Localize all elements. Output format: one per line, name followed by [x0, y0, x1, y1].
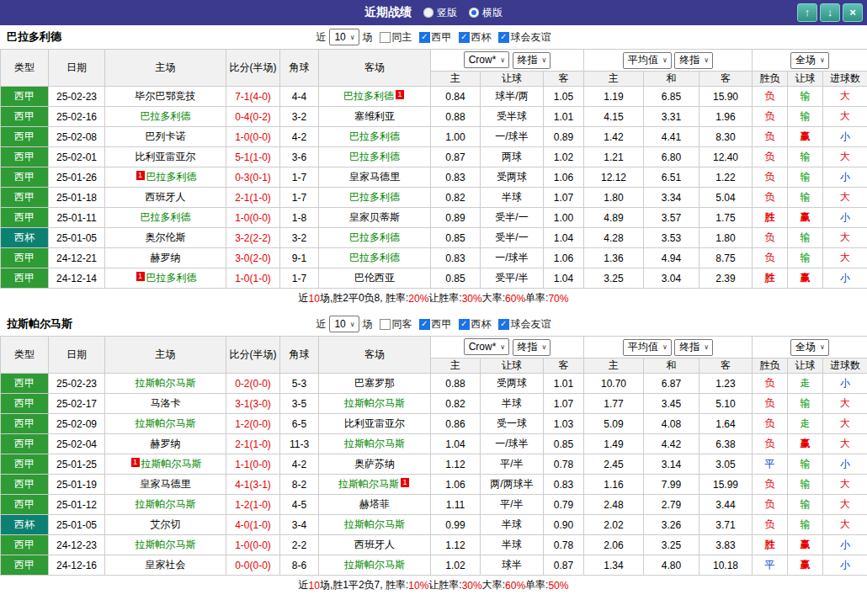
score-cell: 4-0(1-0) [226, 515, 280, 535]
scope-select[interactable]: 全场∨ [790, 52, 829, 69]
checkbox-icon [380, 319, 391, 330]
asian-home-odds-cell: 1.00 [431, 127, 481, 147]
result-cell: 负 [753, 414, 788, 434]
average-final-select[interactable]: 终指∨ [674, 339, 713, 356]
europe-home-odds-cell: 2.02 [584, 515, 644, 535]
odds-final-select[interactable]: 终指∨ [513, 339, 551, 356]
asian-away-odds-cell: 0.90 [544, 515, 584, 535]
score-cell: 2-1(1-0) [226, 434, 280, 454]
score-cell: 0-3(0-1) [226, 167, 280, 188]
up-arrow-icon: ↑ [805, 6, 811, 19]
scroll-down-button[interactable]: ↓ [820, 3, 840, 22]
match-type-cell: 西甲 [1, 434, 49, 454]
match-type-cell: 西甲 [1, 147, 49, 167]
match-type-cell: 西甲 [1, 555, 49, 576]
recent-matches-table: 类型 日期 主场 比分(半场) 角球 客场 Crow*∨ 终指∨ 平均值∨ 终指… [0, 336, 867, 576]
match-row: 西甲25-02-04赫罗纳2-1(1-0)11-3拉斯帕尔马斯1.04一/球半0… [1, 434, 867, 454]
league-filter-checkbox[interactable]: 西甲 [419, 30, 452, 45]
select-value: 终指 [518, 340, 538, 354]
match-row: 西甲25-02-16巴拉多利德0-4(0-2)3-2塞维利亚0.88受半球1.0… [1, 107, 867, 127]
match-row: 西甲25-02-23毕尔巴鄂竞技7-1(4-0)4-4巴拉多利德10.84球半/… [1, 87, 867, 107]
filter-recent-label: 近 [316, 30, 326, 45]
corner-cell: 6-5 [280, 414, 319, 434]
col-home: 主场 [105, 50, 226, 87]
col-europe-away: 客 [699, 358, 753, 374]
match-row: 西甲25-02-23拉斯帕尔马斯0-2(0-0)5-3巴塞罗那0.88受两球1.… [1, 374, 867, 394]
same-venue-checkbox[interactable]: 同主 [380, 30, 412, 45]
col-handicap-result: 让球 [788, 358, 823, 374]
col-goals: 进球数 [823, 72, 867, 87]
friendly-filter-checkbox[interactable]: 球会友谊 [498, 317, 551, 332]
goals-result-cell: 大 [823, 248, 867, 268]
cup-filter-checkbox[interactable]: 西杯 [459, 317, 492, 332]
europe-draw-odds-cell: 3.34 [644, 188, 699, 208]
chevron-down-icon: ∨ [820, 56, 825, 64]
col-asian-home: 主 [431, 72, 481, 87]
radio-icon [423, 8, 434, 18]
asian-handicap-cell: 受半/一 [481, 208, 544, 228]
average-select[interactable]: 平均值∨ [623, 339, 672, 356]
europe-draw-odds-cell: 3.31 [644, 107, 699, 127]
home-team-cell: 皇家马德里 [105, 475, 226, 495]
corner-cell: 4-5 [280, 495, 319, 515]
summary-text: 60% [505, 293, 525, 305]
away-team-cell: 皇家贝蒂斯 [319, 208, 431, 228]
same-venue-checkbox[interactable]: 同客 [380, 317, 412, 332]
europe-odds-group: 平均值∨ 终指∨ [584, 337, 753, 358]
europe-draw-odds-cell: 3.26 [644, 515, 699, 535]
summary-text: 大率: [482, 578, 505, 592]
handicap-result-cell: 走 [788, 414, 823, 434]
average-select[interactable]: 平均值∨ [623, 52, 672, 69]
europe-away-odds-cell: 12.40 [699, 147, 753, 167]
col-result: 胜负 [753, 358, 788, 374]
europe-draw-odds-cell: 3.25 [644, 535, 699, 555]
europe-draw-odds-cell: 3.04 [644, 268, 699, 289]
result-cell: 负 [753, 228, 788, 248]
match-type-cell: 西甲 [1, 208, 49, 228]
match-row: 西甲25-01-19皇家马德里4-1(3-1)8-2拉斯帕尔马斯11.06两/两… [1, 475, 867, 495]
corner-cell: 4-2 [280, 127, 319, 147]
europe-home-odds-cell: 1.36 [584, 248, 644, 268]
date-cell: 24-12-21 [49, 248, 105, 268]
summary-text: 场,胜1平2负7, 胜率: [320, 578, 408, 592]
close-button[interactable]: × [843, 3, 863, 22]
handicap-result-cell: 走 [788, 374, 823, 394]
summary-text: 10% [408, 580, 428, 592]
odds-source-select[interactable]: Crow*∨ [464, 338, 510, 355]
europe-away-odds-cell: 6.38 [699, 434, 753, 454]
date-cell: 24-12-16 [49, 555, 105, 576]
col-away: 客场 [319, 337, 431, 374]
asian-away-odds-cell: 1.06 [544, 167, 584, 188]
date-cell: 25-02-01 [49, 147, 105, 167]
corner-cell: 3-5 [280, 394, 319, 414]
recent-count-select[interactable]: 10∨ [329, 316, 359, 332]
friendly-filter-checkbox[interactable]: 球会友谊 [498, 30, 551, 45]
asian-away-odds-cell: 1.07 [544, 188, 584, 208]
result-cell: 负 [753, 188, 788, 208]
odds-final-select[interactable]: 终指∨ [513, 52, 551, 69]
asian-home-odds-cell: 0.99 [431, 515, 481, 535]
home-team-cell: 巴拉多利德 [105, 107, 226, 127]
layout-vertical-radio[interactable]: 竖版 [423, 6, 457, 20]
goals-result-cell: 小 [823, 454, 867, 475]
filter-bar: 近 10∨ 场 同主 西甲 西杯 球会友谊 [316, 29, 551, 45]
layout-horizontal-radio[interactable]: 横版 [469, 6, 503, 20]
away-team-cell: 拉斯帕尔马斯 [319, 394, 431, 414]
odds-source-select[interactable]: Crow*∨ [464, 51, 510, 68]
europe-home-odds-cell: 1.16 [584, 475, 644, 495]
recent-count-select[interactable]: 10∨ [329, 29, 359, 45]
league-filter-checkbox[interactable]: 西甲 [419, 317, 452, 332]
summary-row: 近10场,胜2平0负8, 胜率:20% 让胜率:30% 大率:60% 单率:70… [0, 289, 867, 308]
asian-home-odds-cell: 0.83 [431, 248, 481, 268]
home-team-cell: 艾尔切 [105, 515, 226, 535]
cup-filter-checkbox[interactable]: 西杯 [459, 30, 492, 45]
scope-select[interactable]: 全场∨ [790, 339, 829, 356]
asian-home-odds-cell: 1.11 [431, 495, 481, 515]
col-asian-away: 客 [544, 72, 584, 87]
scroll-up-button[interactable]: ↑ [797, 3, 817, 22]
date-cell: 25-01-18 [49, 188, 105, 208]
match-type-cell: 西杯 [1, 228, 49, 248]
goals-result-cell: 大 [823, 394, 867, 414]
checkbox-icon [380, 32, 391, 43]
average-final-select[interactable]: 终指∨ [674, 52, 713, 69]
